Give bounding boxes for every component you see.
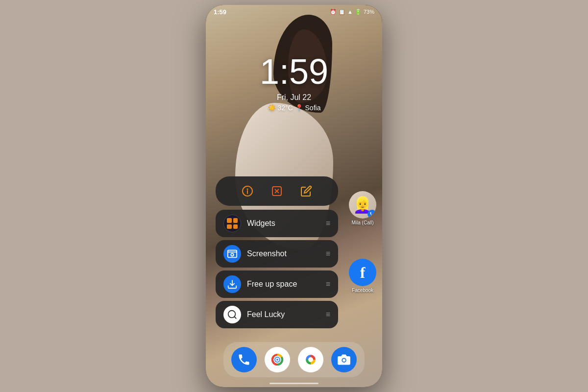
dock-camera-button[interactable] xyxy=(331,347,357,372)
status-bar: 1:59 ⏰ 📋 ▲ 🔋 73% xyxy=(206,5,382,19)
temperature: 32°C xyxy=(277,104,293,112)
right-side-apps: 👱‍♀️ Mila (Call) f Facebook xyxy=(349,191,376,293)
mila-avatar: 👱‍♀️ xyxy=(349,191,376,219)
feel-lucky-label: Feel Lucky xyxy=(247,310,326,319)
menu-item-widgets[interactable]: Widgets ≡ xyxy=(216,210,338,237)
weather-icon: ☀️ xyxy=(268,104,276,112)
toolbar-row xyxy=(216,176,338,206)
dock-phone-button[interactable] xyxy=(231,347,257,372)
facebook-app[interactable]: f Facebook xyxy=(349,259,376,293)
phone-frame: 1:59 ⏰ 📋 ▲ 🔋 73% 1:59 Fri, Jul 22 ☀️ 32°… xyxy=(206,5,382,387)
screenshot-icon xyxy=(223,245,241,263)
alarm-icon: ⏰ xyxy=(330,9,337,15)
svg-point-9 xyxy=(228,311,236,318)
facebook-f: f xyxy=(360,264,366,282)
free-space-drag-handle: ≡ xyxy=(326,280,330,289)
clock-weather: ☀️ 32°C 📍 Sofia xyxy=(206,104,382,112)
menu-item-feel-lucky[interactable]: Feel Lucky ≡ xyxy=(216,301,338,328)
facebook-icon: f xyxy=(349,259,376,286)
screenshot-label: Screenshot xyxy=(247,249,326,258)
svg-line-10 xyxy=(234,317,236,318)
widgets-icon xyxy=(223,215,241,232)
menu-item-screenshot[interactable]: Screenshot ≡ xyxy=(216,240,338,268)
mila-contact[interactable]: 👱‍♀️ Mila (Call) xyxy=(349,191,376,225)
dock-photos-button[interactable] xyxy=(298,347,323,372)
widgets-grid-icon xyxy=(227,218,238,229)
battery-icon: 🔋 xyxy=(355,9,362,15)
status-icons: ⏰ 📋 ▲ 🔋 73% xyxy=(330,9,374,15)
clock-widget: 1:59 Fri, Jul 22 ☀️ 32°C 📍 Sofia xyxy=(206,54,382,112)
svg-point-18 xyxy=(343,359,345,362)
mila-call-badge xyxy=(368,210,376,219)
feel-lucky-drag-handle: ≡ xyxy=(326,310,330,319)
remove-button[interactable] xyxy=(268,182,286,200)
clipboard-icon: 📋 xyxy=(339,9,345,15)
app-dock xyxy=(223,342,365,377)
widgets-label: Widgets xyxy=(247,219,326,228)
location-pin-icon: 📍 xyxy=(295,104,303,112)
facebook-label: Facebook xyxy=(352,288,373,293)
status-time: 1:59 xyxy=(214,8,226,16)
feel-lucky-icon xyxy=(223,306,241,323)
edit-button[interactable] xyxy=(297,182,315,200)
location: Sofia xyxy=(305,104,321,112)
free-space-label: Free up space xyxy=(247,280,326,289)
battery-percent: 73% xyxy=(364,9,374,15)
home-indicator xyxy=(270,383,318,384)
context-menu: Widgets ≡ Screenshot ≡ xyxy=(216,176,338,331)
menu-item-free-space[interactable]: Free up space ≡ xyxy=(216,270,338,298)
mila-label: Mila (Call) xyxy=(352,220,374,225)
svg-point-16 xyxy=(308,357,313,362)
clock-date: Fri, Jul 22 xyxy=(206,93,382,102)
signal-icon: ▲ xyxy=(347,9,353,15)
screenshot-drag-handle: ≡ xyxy=(326,249,330,258)
info-button[interactable] xyxy=(239,182,256,200)
svg-point-15 xyxy=(276,359,278,361)
clock-time: 1:59 xyxy=(206,54,382,89)
widgets-drag-handle: ≡ xyxy=(326,219,330,228)
svg-point-7 xyxy=(231,253,234,256)
free-space-icon xyxy=(223,275,241,293)
dock-chrome-button[interactable] xyxy=(265,347,290,372)
